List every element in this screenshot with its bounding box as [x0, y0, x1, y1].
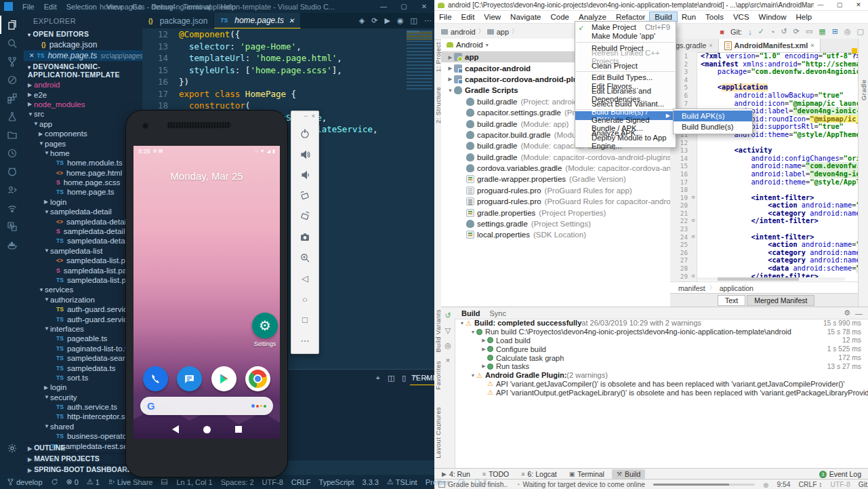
editor-tab-package.json[interactable]: {}package.json [142, 13, 214, 28]
minimap[interactable] [407, 31, 432, 90]
back-icon[interactable]: ◁ [291, 269, 318, 290]
open-editors-header[interactable]: ▾ OPEN EDITORS [24, 28, 142, 39]
project-item-gradle.properties[interactable]: gradle.properties(Project Properties) [441, 207, 670, 218]
tree-item-home.module.ts[interactable]: TShome.module.ts [24, 158, 142, 168]
event-log-tab[interactable]: 3Event Log [819, 470, 861, 478]
menu-tools[interactable]: Tools [701, 12, 728, 22]
sdk-manager-icon[interactable]: ⊞ [832, 27, 838, 36]
menu-help[interactable]: Help [791, 12, 817, 22]
menu-navigate[interactable]: Navigate [505, 12, 545, 22]
statusbar-liveshare-icon[interactable]: Live Share [108, 478, 153, 486]
menu-window[interactable]: Window [754, 12, 791, 22]
activitybar-project-folder-icon[interactable] [0, 125, 24, 144]
editor-tab-AndroidManifest.xml[interactable]: AndroidManifest.xml× [719, 39, 821, 52]
more-actions-icon[interactable]: ⋯ [424, 16, 432, 25]
menu-vcs[interactable]: VCS [728, 12, 754, 22]
menu-item-generate-signed-bundle-apk-[interactable]: Generate Signed Bundle / APK... [575, 120, 676, 129]
volume-up-icon[interactable] [291, 144, 318, 165]
open-changes-icon[interactable]: ◈ [359, 16, 365, 25]
kill-terminal-icon[interactable]: ▯ [402, 374, 406, 383]
tree-item-components[interactable]: ▶components [24, 129, 142, 138]
maximize-icon[interactable]: ▢ [830, 0, 849, 9]
search-everywhere-icon[interactable]: ◎ [844, 27, 851, 36]
home-button[interactable] [203, 426, 211, 433]
chrome-app-icon[interactable] [245, 366, 270, 391]
commit-icon[interactable]: ✓ [758, 27, 764, 36]
minimize-panel-icon[interactable]: — [855, 309, 863, 317]
close-panel-icon[interactable]: × [425, 374, 429, 383]
status-crlf[interactable]: CRLF ↕ [799, 481, 823, 488]
tree-item-sampledata-detail.page.scss[interactable]: Ssampledata-detail.page.scss [24, 227, 142, 236]
rollback-icon[interactable]: ↺ [781, 27, 787, 36]
project-item-build.gradle[interactable]: build.gradle(Module: capacitor-cordova-a… [441, 152, 670, 163]
close-icon[interactable]: × [312, 113, 315, 123]
close-icon[interactable]: × [709, 42, 712, 49]
tree-item-home.page.html[interactable]: <>home.page.html [24, 168, 142, 178]
tree-item-authorization[interactable]: ▼authorization [24, 295, 142, 305]
menu-terminal[interactable]: Terminal [183, 3, 211, 11]
tree-item-node_modules[interactable]: ▶node_modules [24, 100, 142, 109]
update-project-icon[interactable]: ↓ [748, 28, 752, 36]
project-header[interactable]: ▾ DEVON4NG-IONIC-APPLICATION-TEMPLATE [24, 61, 142, 80]
filter-icon[interactable]: ▽ [445, 326, 451, 335]
statusbar-item-typescript[interactable]: TypeScript [319, 478, 354, 486]
terminal-output[interactable]: $ npx cap copy√ Copying web assets from … [285, 389, 434, 461]
tree-item-home.page.ts[interactable]: TShome.page.ts [24, 187, 142, 197]
project-item-local.properties[interactable]: local.properties(SDK Location) [441, 229, 670, 240]
menu-item-make-project[interactable]: ↙Make ProjectCtrl+F9 [575, 23, 676, 32]
tree-item-sampledata-detail[interactable]: ▼sampledata-detail [24, 207, 142, 216]
build-output-row[interactable]: ▼⚠Build: completed successfully at 26/03… [455, 319, 868, 328]
statusbar-sync-icon[interactable] [51, 478, 58, 486]
statusbar-item-3-3-3[interactable]: 3.3.3 [362, 478, 378, 486]
build-output-row[interactable]: ⚠API 'variantOutput.getPackageLibrary()'… [455, 388, 868, 397]
statusbar-error-icon[interactable]: ⊗0 [66, 477, 79, 486]
tree-item-services[interactable]: ▼services [24, 285, 142, 294]
activitybar-translate-icon[interactable] [0, 217, 24, 235]
tree-item-auth-guard.service.spec.ts[interactable]: TSauth-guard.service.spec.ts [24, 305, 142, 314]
statusbar-panel-icon[interactable] [161, 478, 168, 486]
tree-item-sampledata-detail.page.html[interactable]: <>sampledata-detail.page.html [24, 216, 142, 226]
status-utf8[interactable]: UTF-8 [830, 481, 850, 488]
build-output-row[interactable]: Calculate task graph172 ms [455, 353, 868, 362]
volume-down-icon[interactable] [291, 165, 318, 186]
tree-item-shared[interactable]: ▼shared [24, 422, 142, 431]
close-icon[interactable]: ✕ [29, 52, 35, 59]
open-editor-item[interactable]: {}package.json [24, 39, 142, 50]
project-item-settings.gradle[interactable]: settings.gradle(Project Settings) [441, 218, 670, 229]
tree-item-sampledata-list.page.html[interactable]: <>sampledata-list.page.html [24, 256, 142, 265]
sync-icon[interactable]: ⟳ [371, 16, 377, 25]
menu-item-deploy-module-to-app-engine-[interactable]: Deploy Module to App Engine... [575, 138, 676, 146]
breadcrumb-app[interactable]: app [497, 28, 509, 36]
build-output-row[interactable]: ▶Load build12 ms [455, 336, 868, 345]
power-icon[interactable] [291, 123, 318, 144]
assistant-icon[interactable] [251, 404, 266, 408]
tree-item-sort.ts[interactable]: TSsort.ts [24, 373, 142, 383]
tree-item-sampledata.ts[interactable]: TSsampledata.ts [24, 363, 142, 372]
statusbar-item-spaces-2[interactable]: Spaces: 2 [221, 478, 254, 486]
build-output-row[interactable]: ▼Run build C:\Proyectos\devon4ng-ionic-p… [455, 328, 868, 336]
horizontal-scrollbar[interactable] [697, 277, 845, 281]
menu-code[interactable]: Code [545, 12, 574, 22]
sidebar-section-maven-projects[interactable]: ▶MAVEN PROJECTS [24, 453, 142, 464]
editor-tab-home.page.ts[interactable]: TShome.page.ts✕ [214, 13, 301, 28]
tree-item-app[interactable]: ▼app [24, 119, 142, 129]
rotate-right-icon[interactable] [291, 206, 318, 227]
activitybar-liveshare-icon[interactable] [0, 180, 24, 199]
settings-app-shortcut[interactable]: ⚙ Settings [250, 313, 280, 347]
build-panel-tab-build[interactable]: Build [461, 309, 480, 317]
tree-item-home[interactable]: ▼home [24, 149, 142, 158]
activitybar-remote-icon[interactable] [0, 199, 24, 217]
menu-item-edit-build-types-[interactable]: Edit Build Types... [575, 73, 676, 82]
menu-debug[interactable]: Debug [151, 3, 173, 11]
tree-item-sampledata-list[interactable]: ▼sampledata-list [24, 246, 142, 256]
tree-item-business-operator.service.ts[interactable]: TSbusiness-operator.service.ts [24, 431, 142, 441]
activitybar-docker-icon[interactable] [0, 235, 24, 254]
pin-icon[interactable]: ◎ [445, 341, 451, 350]
tree-item-sampledata-search-criteria.ts[interactable]: TSsampledata-search-criteria.ts [24, 353, 142, 363]
close-icon[interactable]: ✕ [849, 0, 868, 9]
view-tab-merged-manifest[interactable]: Merged Manifest [747, 295, 814, 306]
settings-gear-icon[interactable] [0, 439, 24, 457]
build-settings-icon[interactable]: ⚙ [844, 309, 850, 317]
activitybar-extensions-icon[interactable] [0, 89, 24, 107]
close-icon[interactable]: × [446, 356, 450, 364]
